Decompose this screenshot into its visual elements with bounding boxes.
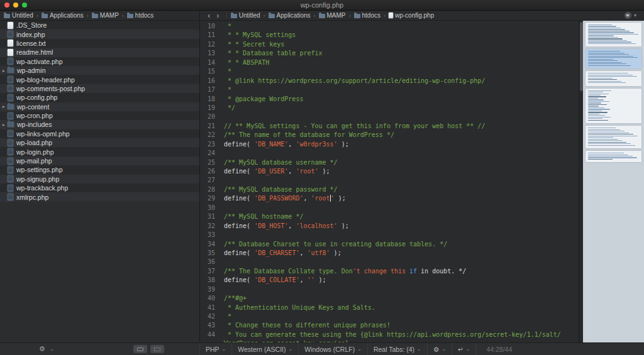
file-row-wp-content[interactable]: ▸wp-content [0,102,199,111]
chevron-down-icon[interactable]: ▾ [634,13,636,18]
file-row-ds-store[interactable]: .DS_Store [0,21,199,30]
code-token: WordPress.org secret-key service} [224,340,349,342]
minimap-line [588,81,621,82]
file-row-wp-config-php[interactable]: wp-config.php [0,93,199,102]
minimap-line [588,120,608,121]
breadcrumb-item-applications[interactable]: Applications [269,12,311,19]
breadcrumb: Untitled›Applications›MAMP›htdocs›wp-con… [231,12,435,19]
disclosure-triangle[interactable]: ▸ [2,104,8,109]
folder-icon [8,68,14,73]
close-window-button[interactable] [4,3,9,8]
minimap-line [588,60,618,61]
chevron-down-icon: ⌄ [289,346,293,352]
disclosure-triangle[interactable]: ▸ [2,68,8,74]
code-token: 'DB_HOST' [254,222,288,229]
file-name: xmlrpc.php [16,194,48,201]
editor-content-row: 10 *11 * * MySQL settings12 * * Secret k… [200,21,644,342]
minimize-window-button[interactable] [13,3,18,8]
document-icon [8,31,13,38]
status-encoding-menu[interactable]: Western (ASCII)⌄ [232,343,299,355]
breadcrumb-item-htdocs[interactable]: htdocs [127,12,153,19]
minimap-line [588,101,609,102]
document-icon [8,158,13,165]
breadcrumb-item-untitled[interactable]: Untitled [4,12,33,19]
minimap-line [588,157,637,158]
back-button[interactable]: ‹ [208,11,210,20]
file-row-wp-admin[interactable]: ▸wp-admin [0,66,199,75]
minimap[interactable] [583,21,644,342]
preview-view-toggle-button[interactable] [150,345,164,353]
icon-view-toggle-button[interactable] [133,345,147,353]
breadcrumb-item-htdocs[interactable]: htdocs [354,12,380,19]
file-row-wp-login-php[interactable]: wp-login.php [0,147,199,156]
file-row-wp-blog-header-php[interactable]: wp-blog-header.php [0,75,199,84]
code-text: define( 'DB_PASSWORD', 'root' ); [224,194,346,203]
file-row-wp-trackback-php[interactable]: wp-trackback.php [0,183,199,192]
status-line-endings-menu[interactable]: Windows (CRLF)⌄ [299,343,368,355]
file-row-wp-activate-php[interactable]: wp-activate.php [0,57,199,66]
file-row-wp-load-php[interactable]: wp-load.php [0,138,199,147]
editor-scrollbar[interactable] [579,21,583,342]
code-line: 41 * Authentication Unique Keys and Salt… [200,303,579,312]
forward-button[interactable]: › [216,11,219,20]
file-row-wp-cron-php[interactable]: wp-cron.php [0,111,199,120]
code-text: define( 'DB_CHARSET', 'utf8' ); [224,249,341,258]
minimap-page [586,89,641,124]
file-row-wp-links-opml-php[interactable]: wp-links-opml.php [0,129,199,138]
code-editor[interactable]: 10 *11 * * MySQL settings12 * * Secret k… [200,21,579,342]
zoom-window-button[interactable] [22,3,27,8]
breadcrumb-label: MAMP [100,12,119,19]
code-token: * [224,313,231,320]
code-line: 36 [200,258,579,266]
code-line: 27 [200,176,579,185]
file-row-wp-includes[interactable]: ▸wp-includes [0,120,199,129]
file-row-wp-signup-php[interactable]: wp-signup.php [0,175,199,183]
file-row-readme-html[interactable]: readme.html [0,48,199,57]
code-token: /**#@+ [224,295,247,302]
minimap-line [588,92,603,92]
breadcrumb-item-mamp[interactable]: MAMP [92,12,119,19]
minimap-line [588,75,633,75]
code-line: 10 * [200,22,579,31]
file-name: license.txt [16,40,46,47]
breadcrumb-item-mamp[interactable]: MAMP [319,12,346,19]
document-icon [8,40,13,46]
status-tab-width-menu[interactable]: Real Tabs: (4)⌄ [368,343,428,355]
file-row-wp-comments-post-php[interactable]: wp-comments-post.php [0,84,199,93]
disclosure-triangle[interactable]: ▸ [2,122,8,128]
code-token: ); [338,141,349,148]
scrollbar-thumb[interactable] [580,22,583,91]
file-row-license-txt[interactable]: license.txt [0,39,199,48]
code-token: * [224,68,231,75]
file-name: wp-comments-post.php [16,85,85,92]
breadcrumb-item-applications[interactable]: Applications [42,12,84,19]
document-icon [8,94,13,101]
file-row-wp-mail-php[interactable]: wp-mail.php [0,156,199,165]
minimap-line [588,37,618,38]
file-row-wp-settings-php[interactable]: wp-settings.php [0,165,199,174]
statusbar: ⚙ ⌄ PHP⌄Western (ASCII)⌄Windows (CRLF)⌄R… [0,342,644,355]
folder-icon [92,14,98,18]
document-menu-icon[interactable] [625,12,631,19]
line-number: 22 [200,131,215,139]
file-row-xmlrpc-php[interactable]: xmlrpc.php [0,192,199,201]
code-token: define( [224,276,254,283]
status-gear-menu[interactable]: ⚙⌄ [428,343,452,355]
code-line: 34/** Database Charset to use in creatin… [200,240,579,249]
breadcrumb-item-untitled[interactable]: Untitled [231,12,260,19]
minimap-line [588,109,610,109]
breadcrumb-separator: › [264,13,265,19]
line-number: 18 [200,95,215,104]
status-language-menu[interactable]: PHP⌄ [200,343,232,355]
code-token: * Authentication Unique Keys and Salts. [224,304,375,311]
status-return-menu[interactable]: ↵⌄ [452,343,477,355]
minimap-line [588,28,621,28]
breadcrumb-item-wp-config-php[interactable]: wp-config.php [389,12,434,19]
code-line: 37/** The Database Collate type. Don't c… [200,267,579,276]
sidebar-gear-menu[interactable]: ⚙ ⌄ [39,345,54,353]
code-token: define( [224,141,254,148]
code-token: /** Database Charset to use in creating … [224,241,447,248]
file-row-index-php[interactable]: index.php [0,30,199,38]
line-number: 37 [200,267,215,276]
code-token: ); [315,276,326,283]
